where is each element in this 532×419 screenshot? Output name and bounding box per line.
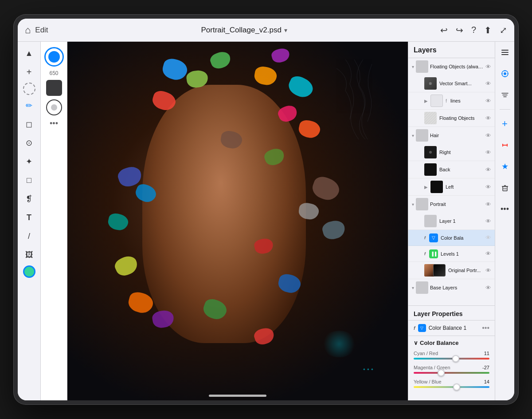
svg-point-4 [504,72,506,75]
add-tool[interactable]: + [21,64,37,80]
layer-levels[interactable]: f ▐▐ Levels 1 👁 [408,246,495,262]
visibility-icon[interactable]: 👁 [485,234,491,241]
visibility-icon[interactable]: 👁 [485,184,491,190]
group-portrait[interactable]: ▾ Portrait 👁 [408,196,495,213]
top-bar-right: ↩ ↪ ? ⬆ ⤢ [440,25,507,36]
share-icon[interactable]: ⬆ [484,25,492,36]
visibility-icon[interactable]: 👁 [485,201,491,208]
cyan-red-thumb[interactable] [452,355,459,362]
layer-lines[interactable]: ▶ f lines 👁 [408,92,495,110]
layer-color-balance[interactable]: f ▽ Color Bala 👁 [408,230,495,246]
yellow-blue-thumb[interactable] [453,383,460,391]
expand-icon: ▾ [412,133,414,138]
visibility-icon[interactable]: 👁 [485,63,491,70]
line-tool[interactable]: / [21,228,37,244]
marquee-tool[interactable] [23,83,35,95]
group-floating-objects[interactable]: ▾ Floating Objects (alway... 👁 [408,58,495,75]
liquefy-tool[interactable]: ❡ [21,191,37,207]
layer-layer1[interactable]: Layer 1 👁 [408,213,495,230]
color-balance-header: ∨ Color Balance [414,340,489,346]
file-title: Portrait_Collage_v2.psd [201,26,282,35]
visibility-icon[interactable]: 👁 [485,218,491,225]
fx-badge: f [424,236,426,240]
collapse-chevron-icon[interactable]: ∨ [414,340,418,346]
visibility-icon[interactable]: 👁 [485,285,491,291]
expand-icon: ▾ [412,285,414,290]
color-swatch-dark[interactable] [46,80,62,96]
layer-back[interactable]: Back 👁 [408,161,495,178]
layer-name: Vector Smart... [439,81,483,86]
add-layer-button[interactable]: + [498,117,512,131]
brush-more-button[interactable]: ••• [50,119,58,128]
screen: ⌂ Edit Portrait_Collage_v2.psd ▾ ↩ ↪ ? ⬆… [18,19,514,400]
transform-tool[interactable]: □ [21,172,37,188]
visibility-icon[interactable]: 👁 [485,267,491,274]
layers-panel-button[interactable] [498,45,512,59]
fx-badge: f [424,252,426,256]
visibility-icon[interactable]: 👁 [485,250,491,257]
filters-panel-button[interactable] [498,88,512,102]
color-balance-icon: ▽ [432,235,435,240]
type-tool[interactable]: T [21,210,37,225]
props-layer-name: Color Balance 1 [429,325,480,331]
canvas-area[interactable]: ✦ ✦ ✦ [67,42,408,400]
canvas-content: ✦ ✦ ✦ [67,42,408,400]
top-bar-left: ⌂ Edit [25,24,48,36]
layer-name: Back [439,167,483,172]
brush-tool[interactable]: ✏ [21,98,37,114]
adjustments-panel-button[interactable] [498,67,512,81]
group-base-layers[interactable]: ▾ Base Layers 👁 [408,279,495,296]
help-icon[interactable]: ? [471,25,476,35]
blending-mode[interactable] [46,99,62,115]
yellow-blue-track[interactable] [414,386,489,388]
visibility-icon[interactable]: 👁 [485,166,491,173]
layer-name: Original Portr... [448,268,483,273]
group-name: Base Layers [430,285,484,290]
delete-layer-button[interactable] [498,181,512,195]
home-button[interactable]: ⌂ [25,24,31,36]
title-chevron-icon[interactable]: ▾ [284,27,287,34]
layer-vector-smart[interactable]: ⊗ Vector Smart... 👁 [408,75,495,92]
magenta-green-value: -27 [482,365,489,370]
expand-icon: ▶ [424,99,428,103]
star-button[interactable]: ★ [498,159,512,174]
visibility-icon[interactable]: 👁 [485,149,491,156]
magenta-green-slider-row: Magenta / Green -27 [414,365,489,374]
layers-list[interactable]: ▾ Floating Objects (alway... 👁 ⊗ Vector … [408,58,495,305]
link-layer-button[interactable] [498,138,512,152]
layer-name: Right [439,150,483,155]
layer-left[interactable]: ▶ Left 👁 [408,178,495,196]
stamp-tool[interactable]: ⊙ [21,135,37,151]
visibility-icon[interactable]: 👁 [485,115,491,122]
magenta-green-track[interactable] [414,372,489,374]
levels-icon: ▐▐ [429,249,438,258]
cyan-red-track[interactable] [414,358,489,360]
layer-floating-objects[interactable]: Floating Objects 👁 [408,110,495,127]
visibility-icon[interactable]: 👁 [485,132,491,139]
top-bar: ⌂ Edit Portrait_Collage_v2.psd ▾ ↩ ↪ ? ⬆… [18,19,514,42]
group-hair[interactable]: ▾ Hair 👁 [408,127,495,144]
layer-original-portrait[interactable]: Original Portr... 👁 [408,262,495,279]
more-options-button[interactable]: ••• [482,324,489,332]
undo-icon[interactable]: ↩ [440,25,448,36]
color-swatch[interactable] [23,265,35,278]
fx-label: f [414,325,415,331]
brush-preview[interactable] [44,47,64,67]
select-tool[interactable]: ▲ [21,45,37,61]
main-area: ▲ + ✏ ◻ ⊙ ✦ □ ❡ T / 🖼 650 [18,42,514,400]
visibility-icon[interactable]: 👁 [485,80,491,87]
more-layers-button[interactable]: ••• [498,202,512,216]
layer-right[interactable]: Right 👁 [408,144,495,161]
redo-icon[interactable]: ↪ [456,25,463,36]
fullscreen-icon[interactable]: ⤢ [500,25,507,36]
brush-size: 650 [49,70,58,76]
image-tool[interactable]: 🖼 [21,247,37,263]
heal-tool[interactable]: ✦ [21,154,37,170]
magenta-green-thumb[interactable] [438,369,445,376]
layer-thumb [424,146,437,158]
eraser-tool[interactable]: ◻ [21,116,37,132]
edit-label[interactable]: Edit [35,26,48,35]
visibility-icon[interactable]: 👁 [485,98,491,104]
layer-thumb [424,112,437,124]
layer-name: Layer 1 [439,218,483,224]
